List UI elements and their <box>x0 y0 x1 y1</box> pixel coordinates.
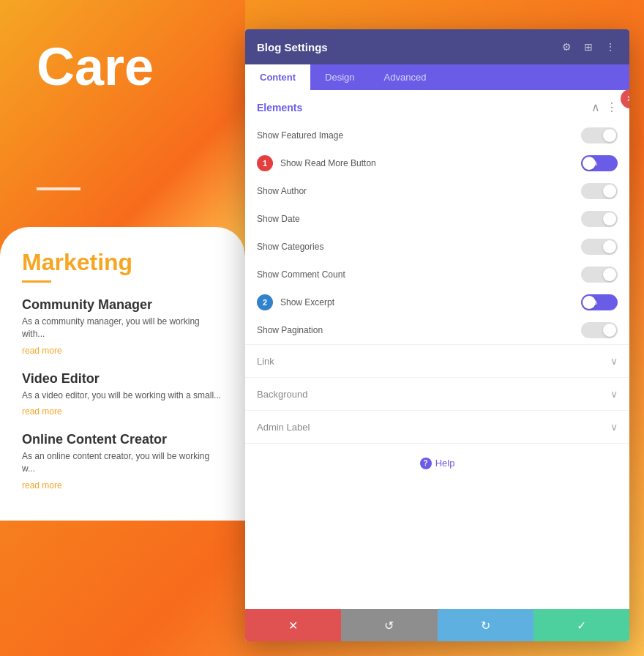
toggle-categories[interactable]: NO <box>581 239 618 255</box>
job-desc-1: As a community manager, you will be work… <box>22 316 223 340</box>
toggle-comment-count[interactable]: NO <box>581 266 618 283</box>
toggle-thumb-pagination <box>603 324 616 337</box>
hero-divider <box>37 187 80 190</box>
panel-header: Blog Settings ⚙ ⊞ ⋮ <box>245 29 629 64</box>
toggle-excerpt[interactable]: YES <box>581 294 618 310</box>
label-read-more: Show Read More Button <box>280 158 376 168</box>
admin-label-label: Admin Label <box>257 422 310 433</box>
read-more-2[interactable]: read more <box>22 406 62 417</box>
setting-date: Show Date NO <box>245 205 629 233</box>
setting-author: Show Author NO <box>245 177 629 205</box>
toggle-track-comment-count[interactable]: NO <box>581 266 618 283</box>
setting-categories: Show Categories NO <box>245 233 629 261</box>
job-title-2: Video Editor <box>22 371 223 387</box>
toggle-track-excerpt[interactable]: YES <box>581 294 618 310</box>
toggle-author[interactable]: NO <box>581 183 618 199</box>
toggle-date[interactable]: NO <box>581 211 618 227</box>
toggle-thumb-categories <box>603 240 616 253</box>
admin-label-chevron-icon: ∨ <box>610 421 618 433</box>
elements-section-header: Elements ∧ ⋮ <box>245 90 629 122</box>
link-label: Link <box>257 356 274 367</box>
job-item-3: Online Content Creator As an online cont… <box>22 432 223 491</box>
label-featured-image: Show Featured Image <box>257 130 343 141</box>
settings-icon[interactable]: ⚙ <box>559 40 574 54</box>
tab-advanced[interactable]: Advanced <box>370 64 441 90</box>
toggle-track-read-more[interactable]: YES <box>581 155 618 171</box>
panel-body: Elements ∧ ⋮ Show Featured Image NO 1 Sh… <box>245 90 629 609</box>
setting-pagination: Show Pagination NO <box>245 316 629 344</box>
toggle-thumb-author <box>603 184 616 198</box>
job-title-1: Community Manager <box>22 297 223 313</box>
help-section: ? Help <box>245 443 629 481</box>
toggle-track-author[interactable]: NO <box>581 183 618 199</box>
more-icon[interactable]: ⋮ <box>603 40 618 54</box>
panel-footer: ✕ ↺ ↻ ✓ <box>245 609 629 641</box>
help-icon: ? <box>420 458 432 469</box>
setting-featured-image: Show Featured Image NO <box>245 122 629 149</box>
label-comment-count: Show Comment Count <box>257 269 345 280</box>
toggle-thumb-excerpt <box>583 296 596 309</box>
help-label: Help <box>435 458 455 469</box>
toggle-thumb-featured <box>603 129 616 142</box>
help-button[interactable]: ? Help <box>420 458 455 469</box>
admin-label-section[interactable]: Admin Label ∨ <box>245 410 629 443</box>
hero-title: Care <box>37 40 154 93</box>
elements-header-icons: ∧ ⋮ <box>591 100 618 114</box>
label-excerpt: Show Excerpt <box>280 297 334 308</box>
left-content: Care Marketing Community Manager As a co… <box>0 0 245 656</box>
label-date: Show Date <box>257 214 300 224</box>
section-divider <box>22 280 51 283</box>
tab-content[interactable]: Content <box>245 64 310 90</box>
layout-icon[interactable]: ⊞ <box>581 40 596 54</box>
toggle-track-pagination[interactable]: NO <box>581 322 618 338</box>
job-item-2: Video Editor As a video editor, you will… <box>22 371 223 418</box>
toggle-track-featured[interactable]: NO <box>581 127 618 144</box>
panel-header-icons: ⚙ ⊞ ⋮ <box>559 40 618 54</box>
toggle-thumb-comment-count <box>603 268 616 281</box>
label-author: Show Author <box>257 186 307 196</box>
redo-button[interactable]: ↻ <box>438 609 533 641</box>
job-title-3: Online Content Creator <box>22 432 223 447</box>
undo-button[interactable]: ↺ <box>341 609 437 641</box>
job-desc-3: As an online content creator, you will b… <box>22 450 223 475</box>
toggle-featured-image[interactable]: NO <box>581 127 618 144</box>
read-more-1[interactable]: read more <box>22 346 62 356</box>
badge-2: 2 <box>257 294 273 310</box>
tabs-bar: Content Design Advanced <box>245 64 629 90</box>
badge-1: 1 <box>257 155 273 171</box>
read-more-3[interactable]: read more <box>22 480 62 491</box>
cancel-button[interactable]: ✕ <box>245 609 341 641</box>
elements-heading: Elements <box>257 102 302 113</box>
toggle-thumb-read-more <box>583 157 596 170</box>
background-chevron-icon: ∨ <box>610 388 618 400</box>
setting-read-more: 1 Show Read More Button YES <box>245 149 629 177</box>
blog-settings-panel: ✕ Blog Settings ⚙ ⊞ ⋮ Content Design Adv… <box>245 29 629 641</box>
save-button[interactable]: ✓ <box>533 609 629 641</box>
collapse-icon[interactable]: ∧ <box>591 100 600 114</box>
more-options-icon[interactable]: ⋮ <box>606 100 618 114</box>
section-title: Marketing <box>22 249 223 276</box>
setting-comment-count: Show Comment Count NO <box>245 261 629 288</box>
label-pagination: Show Pagination <box>257 325 323 335</box>
toggle-thumb-date <box>603 212 616 225</box>
label-categories: Show Categories <box>257 242 323 252</box>
toggle-read-more[interactable]: YES <box>581 155 618 171</box>
toggle-pagination[interactable]: NO <box>581 322 618 338</box>
link-section[interactable]: Link ∨ <box>245 344 629 377</box>
job-item-1: Community Manager As a community manager… <box>22 297 223 357</box>
panel-title: Blog Settings <box>257 41 328 53</box>
background-label: Background <box>257 389 307 400</box>
link-chevron-icon: ∨ <box>610 355 618 367</box>
setting-excerpt: 2 Show Excerpt YES <box>245 288 629 316</box>
toggle-track-categories[interactable]: NO <box>581 239 618 255</box>
background-section[interactable]: Background ∨ <box>245 377 629 410</box>
job-desc-2: As a video editor, you will be working w… <box>22 390 223 402</box>
hero-section: Care <box>0 0 245 249</box>
toggle-track-date[interactable]: NO <box>581 211 618 227</box>
tab-design[interactable]: Design <box>310 64 369 90</box>
